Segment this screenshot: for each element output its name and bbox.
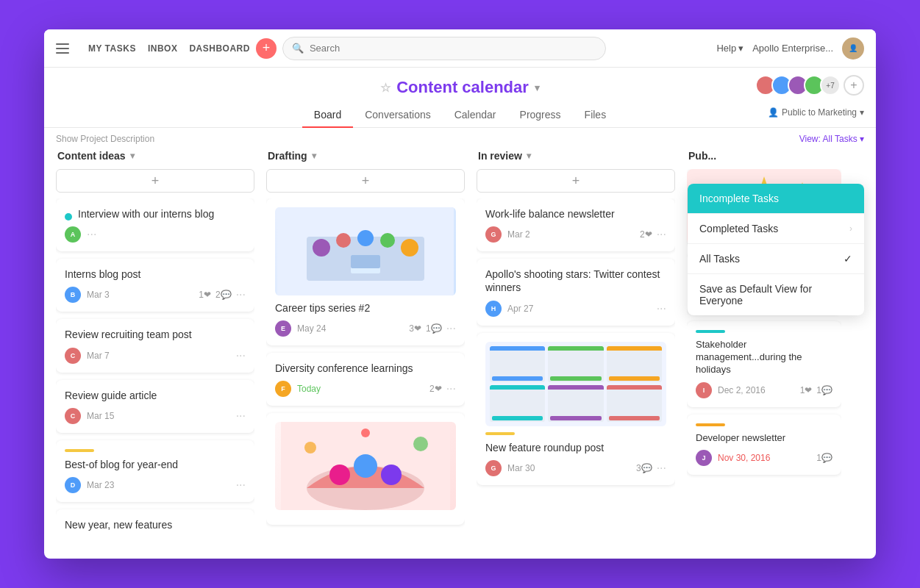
add-card-col1[interactable]: + (56, 169, 254, 193)
add-card-col3[interactable]: + (477, 169, 675, 193)
column-in-review: In review ▾ + Work-life balance newslett… (477, 150, 675, 531)
card-avatar: B (65, 287, 81, 303)
card-tag-bar (485, 432, 515, 435)
svg-point-12 (354, 454, 377, 478)
tab-calendar[interactable]: Calendar (443, 103, 508, 128)
project-name: Content calendar (396, 78, 529, 97)
card-conf-illustration[interactable] (266, 413, 465, 525)
show-description[interactable]: Show Project Description (56, 134, 154, 144)
card-avatar: G (485, 460, 502, 476)
view-dropdown-menu: Incomplete Tasks Completed Tasks › All T… (688, 184, 864, 315)
column-header-3: In review ▾ (477, 150, 675, 162)
svg-point-6 (401, 239, 418, 257)
menu-icon[interactable] (56, 38, 76, 59)
nav-links: MY TASKS INBOX DASHBOARD (88, 43, 250, 54)
card-title: Diversity conference learnings (275, 362, 456, 375)
card-meta: F Today 2❤ ··· (275, 381, 456, 397)
card-date: May 24 (297, 323, 326, 334)
card-interns-blog[interactable]: Interns blog post B Mar 3 1❤ 2💬 ··· (56, 259, 254, 312)
toolbar: Show Project Description View: All Tasks… (44, 128, 876, 150)
card-avatar: E (275, 320, 291, 337)
tab-files[interactable]: Files (573, 103, 618, 128)
card-avatar: C (65, 348, 81, 364)
card-title: Work-life balance newsletter (485, 207, 666, 220)
card-date: Mar 3 (87, 290, 110, 300)
chevron-right-icon: › (849, 223, 852, 234)
svg-point-14 (304, 442, 316, 453)
card-stakeholder[interactable]: Stakeholder management...during the holi… (687, 321, 841, 407)
card-title: Developer newsletter (696, 432, 832, 445)
svg-point-4 (357, 230, 374, 246)
tab-progress[interactable]: Progress (508, 103, 573, 128)
card-meta: D Mar 23 ··· (65, 477, 246, 493)
svg-point-2 (313, 239, 330, 257)
public-label[interactable]: 👤 Public to Marketing ▾ (768, 107, 864, 118)
add-card-col2[interactable]: + (266, 169, 465, 193)
dropdown-item-all-tasks[interactable]: All Tasks ✓ (688, 244, 864, 274)
tab-board[interactable]: Board (302, 103, 353, 128)
org-label[interactable]: Apollo Enterprise... (752, 43, 833, 54)
public-icon: 👤 (768, 107, 779, 118)
card-date: Nov 30, 2016 (718, 453, 770, 463)
card-title: Best-of blog for year-end (65, 458, 246, 471)
card-feature-roundup[interactable]: New feature roundup post G Mar 30 3💬 ··· (477, 333, 675, 485)
card-review-recruiting[interactable]: Review recruiting team post C Mar 7 ··· (56, 319, 254, 372)
column-title-3: In review ▾ (478, 150, 531, 162)
card-new-year[interactable]: New year, new features D Jan 6 1💬 ··· (56, 509, 254, 531)
card-title: Review recruiting team post (65, 328, 246, 341)
nav-my-tasks[interactable]: MY TASKS (88, 43, 136, 54)
svg-point-16 (361, 429, 370, 437)
card-avatar: G (485, 226, 502, 243)
card-shooting-stars[interactable]: Apollo's shooting stars: Twitter contest… (477, 259, 675, 325)
dropdown-item-save-default[interactable]: Save as Default View for Everyone (688, 274, 864, 315)
svg-point-11 (329, 465, 350, 485)
card-interview-interns[interactable]: Interview with our interns blog A ··· (56, 198, 254, 251)
card-dashboard-image (485, 342, 666, 426)
card-dot (65, 210, 72, 223)
project-title: ☆ Content calendar ▾ (44, 78, 876, 97)
avatar-count[interactable]: +7 (820, 75, 841, 96)
help-button[interactable]: Help ▾ (716, 43, 744, 54)
card-title: Review guide article (65, 389, 246, 402)
card-best-of-blog[interactable]: Best-of blog for year-end D Mar 23 ··· (56, 440, 254, 502)
cards-list-col2: Career tips series #2 E May 24 3❤ 1💬 ···… (266, 198, 465, 531)
dropdown-item-incomplete[interactable]: Incomplete Tasks (688, 184, 864, 214)
column-title-2: Drafting ▾ (268, 150, 316, 162)
dropdown-item-completed[interactable]: Completed Tasks › (688, 214, 864, 244)
star-icon[interactable]: ☆ (380, 81, 391, 95)
card-meta: A ··· (65, 226, 246, 243)
header: MY TASKS INBOX DASHBOARD + 🔍 Help ▾ Apol… (44, 29, 876, 68)
card-work-life[interactable]: Work-life balance newsletter G Mar 2 2❤ … (477, 198, 675, 251)
add-button[interactable]: + (256, 38, 277, 59)
card-date: Today (297, 384, 321, 394)
nav-inbox[interactable]: INBOX (148, 43, 178, 54)
check-icon: ✓ (844, 253, 852, 265)
card-title: New feature roundup post (485, 441, 666, 454)
view-button[interactable]: View: All Tasks ▾ (799, 134, 864, 144)
card-developer-newsletter[interactable]: Developer newsletter J Nov 30, 2016 1💬 (687, 415, 841, 476)
search-input[interactable] (310, 43, 596, 54)
add-member-button[interactable]: + (844, 75, 864, 96)
card-image (275, 207, 456, 295)
card-meta: I Dec 2, 2016 1❤ 1💬 (696, 382, 832, 398)
card-date: Mar 2 (507, 229, 530, 240)
tabs: Board Conversations Calendar Progress Fi… (44, 103, 876, 128)
card-meta: G Mar 30 3💬 ··· (485, 460, 666, 476)
card-avatar: D (65, 477, 81, 493)
card-meta: H Apr 27 ··· (485, 301, 666, 317)
tab-conversations[interactable]: Conversations (353, 103, 443, 128)
card-date: Dec 2, 2016 (718, 385, 766, 395)
card-diversity[interactable]: Diversity conference learnings F Today 2… (266, 353, 465, 406)
search-icon: 🔍 (292, 43, 304, 54)
user-avatar[interactable]: 👤 (842, 37, 864, 60)
svg-point-5 (380, 233, 395, 248)
card-avatar: C (65, 408, 81, 424)
card-date: Apr 27 (507, 304, 533, 314)
project-dropdown-icon[interactable]: ▾ (535, 82, 540, 93)
cards-list-col3: Work-life balance newsletter G Mar 2 2❤ … (477, 198, 675, 531)
card-career-tips[interactable]: Career tips series #2 E May 24 3❤ 1💬 ··· (266, 198, 465, 345)
nav-dashboard[interactable]: DASHBOARD (189, 43, 250, 54)
card-meta: B Mar 3 1❤ 2💬 ··· (65, 287, 246, 303)
card-review-guide[interactable]: Review guide article C Mar 15 ··· (56, 380, 254, 433)
card-title: Career tips series #2 (275, 301, 456, 315)
